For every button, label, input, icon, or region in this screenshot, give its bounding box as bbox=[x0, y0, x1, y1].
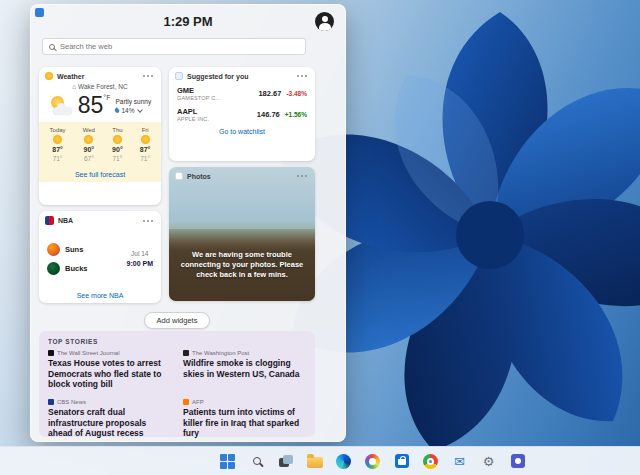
top-stories-section: TOP STORIES The Wall Street Journal Texa… bbox=[39, 331, 315, 437]
more-options-icon[interactable] bbox=[295, 173, 309, 179]
bucks-logo-icon bbox=[47, 262, 60, 275]
taskbar: ✉ ⚙ bbox=[0, 446, 640, 475]
photos-title: Photos bbox=[187, 173, 211, 180]
suggested-widget[interactable]: Suggested for you GME GAMESTOP C... 182.… bbox=[169, 67, 315, 161]
news-article[interactable]: The Wall Street Journal Texas House vote… bbox=[48, 350, 171, 390]
article-headline: Senators craft dual infrastructure propo… bbox=[48, 407, 171, 439]
game-date: Jul 14 bbox=[131, 250, 148, 257]
weather-widget[interactable]: Weather ⌂ Wake Forest, NC 85°F Partly su… bbox=[39, 67, 161, 205]
sun-icon bbox=[113, 135, 122, 144]
article-headline: Texas House votes to arrest Democrats wh… bbox=[48, 358, 171, 390]
team-row: Suns bbox=[47, 243, 88, 256]
more-options-icon[interactable] bbox=[295, 73, 309, 79]
article-headline: Patients turn into victims of killer fir… bbox=[183, 407, 306, 439]
teams-icon[interactable] bbox=[508, 451, 528, 471]
forecast-day: Fri 87° 71° bbox=[140, 127, 151, 162]
see-more-nba-link[interactable]: See more NBA bbox=[39, 289, 161, 303]
sun-icon bbox=[141, 135, 150, 144]
taskbar-search-icon[interactable] bbox=[247, 451, 267, 471]
team-name: Suns bbox=[65, 245, 83, 254]
news-article[interactable]: The Washington Post Wildfire smoke is cl… bbox=[183, 350, 306, 390]
more-options-icon[interactable] bbox=[141, 73, 155, 79]
stock-name: APPLE INC. bbox=[177, 116, 209, 122]
desktop: 1:29 PM Weather ⌂ Wake Forest, NC 85°F P… bbox=[0, 0, 640, 475]
add-widgets-button[interactable]: Add widgets bbox=[144, 312, 211, 329]
stock-price: 182.67 bbox=[258, 89, 281, 98]
partly-sunny-icon bbox=[49, 96, 73, 116]
nba-title: NBA bbox=[58, 217, 73, 224]
team-row: Bucks bbox=[47, 262, 88, 275]
article-source: The Wall Street Journal bbox=[57, 350, 119, 356]
more-options-icon[interactable] bbox=[141, 218, 155, 224]
article-source: The Washington Post bbox=[192, 350, 249, 356]
photos-error-overlay: We are having some trouble connecting to… bbox=[169, 229, 315, 301]
home-icon: ⌂ bbox=[72, 83, 76, 90]
search-icon bbox=[49, 44, 55, 50]
forecast-day: Wed 90° 67° bbox=[83, 127, 95, 162]
stock-name: GAMESTOP C... bbox=[177, 95, 221, 101]
mail-icon[interactable]: ✉ bbox=[450, 451, 470, 471]
weather-title: Weather bbox=[57, 73, 85, 80]
game-time: 9:00 PM bbox=[127, 260, 153, 267]
go-to-watchlist-link[interactable]: Go to watchlist bbox=[169, 125, 315, 139]
stock-row[interactable]: AAPL APPLE INC. 146.76 +1.56% bbox=[169, 104, 315, 125]
wapo-favicon bbox=[183, 350, 189, 356]
start-button[interactable] bbox=[218, 451, 238, 471]
nba-game[interactable]: Suns Bucks Jul 14 9:00 PM bbox=[39, 228, 161, 289]
team-name: Bucks bbox=[65, 264, 88, 273]
article-source: CBS News bbox=[57, 399, 86, 405]
photos-app-icon[interactable] bbox=[363, 451, 383, 471]
chevron-down-icon bbox=[138, 107, 144, 113]
panel-clock: 1:29 PM bbox=[31, 14, 345, 29]
chrome-icon[interactable] bbox=[421, 451, 441, 471]
search-input[interactable] bbox=[60, 42, 299, 51]
see-full-forecast-link[interactable]: See full forecast bbox=[39, 168, 161, 182]
news-article[interactable]: AFP Patients turn into victims of killer… bbox=[183, 399, 306, 439]
stock-row[interactable]: GME GAMESTOP C... 182.67 -3.48% bbox=[169, 83, 315, 104]
photos-widget[interactable]: Photos We are having some trouble connec… bbox=[169, 167, 315, 301]
suggestion-icon bbox=[175, 72, 183, 80]
top-stories-label: TOP STORIES bbox=[48, 338, 306, 345]
nba-logo-icon bbox=[45, 216, 54, 225]
file-explorer-icon[interactable] bbox=[305, 451, 325, 471]
store-icon[interactable] bbox=[392, 451, 412, 471]
user-avatar[interactable] bbox=[315, 12, 334, 31]
web-search-bar[interactable] bbox=[42, 38, 306, 55]
photos-error-message: We are having some trouble connecting to… bbox=[179, 250, 305, 280]
task-view-icon[interactable] bbox=[276, 451, 296, 471]
settings-icon[interactable]: ⚙ bbox=[479, 451, 499, 471]
article-headline: Wildfire smoke is clogging skies in West… bbox=[183, 358, 306, 379]
article-source: AFP bbox=[192, 399, 204, 405]
afp-favicon bbox=[183, 399, 189, 405]
widgets-panel: 1:29 PM Weather ⌂ Wake Forest, NC 85°F P… bbox=[30, 4, 346, 442]
edge-icon[interactable] bbox=[334, 451, 354, 471]
photos-icon bbox=[175, 172, 183, 180]
sun-icon bbox=[53, 135, 62, 144]
weather-location: ⌂ Wake Forest, NC bbox=[39, 83, 161, 90]
forecast-day: Today 87° 71° bbox=[50, 127, 66, 162]
wsj-favicon bbox=[48, 350, 54, 356]
weather-condition: Partly sunny bbox=[115, 98, 151, 105]
stock-price: 146.76 bbox=[257, 110, 280, 119]
suns-logo-icon bbox=[47, 243, 60, 256]
stock-symbol: GME bbox=[177, 86, 221, 95]
news-article[interactable]: CBS News Senators craft dual infrastruct… bbox=[48, 399, 171, 439]
weather-current: 85°F Partly sunny 14% bbox=[39, 90, 161, 122]
weather-forecast: Today 87° 71° Wed 90° 67° Thu 90° 71° bbox=[39, 122, 161, 168]
sun-icon bbox=[84, 135, 93, 144]
stock-symbol: AAPL bbox=[177, 107, 209, 116]
stock-change: -3.48% bbox=[286, 90, 307, 97]
precip-chance: 14% bbox=[115, 107, 151, 114]
nba-widget[interactable]: NBA Suns Bucks Jul 14 9:00 PM bbox=[39, 211, 161, 303]
current-temperature: 85°F bbox=[78, 94, 111, 117]
suggested-title: Suggested for you bbox=[187, 73, 248, 80]
raindrop-icon bbox=[114, 107, 120, 113]
cbs-favicon bbox=[48, 399, 54, 405]
weather-icon bbox=[45, 72, 53, 80]
stock-change: +1.56% bbox=[285, 111, 307, 118]
forecast-day: Thu 90° 71° bbox=[112, 127, 123, 162]
